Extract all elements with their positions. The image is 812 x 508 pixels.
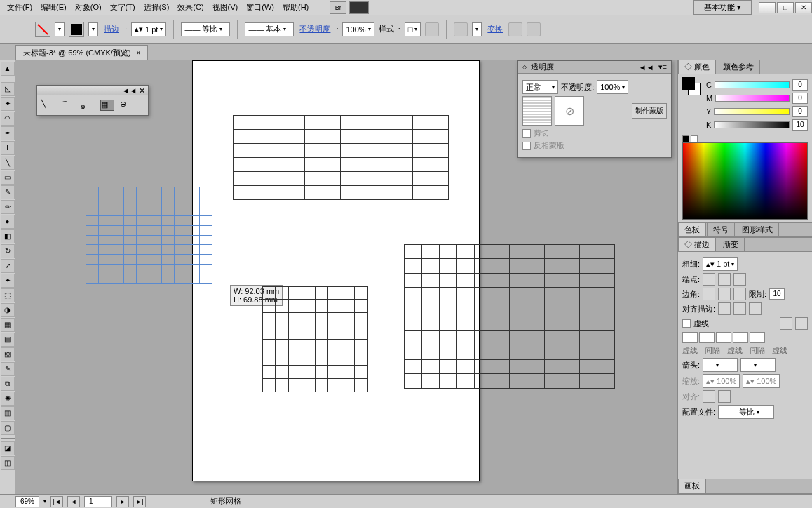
fill-dropdown[interactable]: ▾ bbox=[55, 22, 65, 36]
opacity-link[interactable]: 不透明度 bbox=[298, 24, 332, 34]
mesh-tool[interactable]: ▤ bbox=[1, 333, 15, 347]
document-tab[interactable]: 未标题-3* @ 69% (CMYK/预览) × bbox=[15, 45, 148, 60]
blend-tool[interactable]: ⧉ bbox=[1, 377, 15, 391]
close-tab-icon[interactable]: × bbox=[137, 49, 141, 57]
gap2-field[interactable] bbox=[733, 332, 748, 343]
pencil-tool[interactable]: ✏ bbox=[1, 200, 15, 214]
shape-builder-tool[interactable]: ◑ bbox=[1, 303, 15, 317]
y-slider[interactable] bbox=[714, 108, 790, 115]
window-close[interactable]: ✕ bbox=[795, 2, 812, 13]
menu-file[interactable]: 文件(F) bbox=[3, 1, 36, 14]
dashed-checkbox[interactable] bbox=[682, 319, 691, 328]
window-minimize[interactable]: — bbox=[759, 2, 776, 13]
magic-wand-tool[interactable]: ✦ bbox=[1, 97, 15, 111]
menu-object[interactable]: 对象(O) bbox=[71, 1, 106, 14]
spiral-icon[interactable]: ๑ bbox=[81, 100, 95, 111]
artboard-tool[interactable]: ▢ bbox=[1, 421, 15, 435]
make-mask-button[interactable]: 制作蒙版 bbox=[632, 103, 667, 119]
graph-tool[interactable]: ▥ bbox=[1, 406, 15, 420]
tab-gradient[interactable]: 渐变 bbox=[717, 237, 745, 251]
selection-tool[interactable]: ▲ bbox=[1, 62, 15, 76]
stroke-swatch[interactable] bbox=[69, 22, 84, 37]
bridge-button[interactable]: Br bbox=[330, 1, 346, 14]
tab-symbols[interactable]: 符号 bbox=[707, 222, 735, 236]
color-spectrum[interactable] bbox=[682, 142, 808, 220]
black-swatch[interactable] bbox=[682, 135, 689, 142]
pen-tool[interactable]: ✒ bbox=[1, 126, 15, 140]
m-slider[interactable] bbox=[715, 95, 790, 102]
stroke-weight-field[interactable]: ▴▾ 1 pt ▾ bbox=[131, 22, 166, 36]
tab-stroke[interactable]: ◇ 描边 bbox=[678, 237, 716, 251]
free-transform-tool[interactable]: ⬚ bbox=[1, 288, 15, 302]
line-tools-panel[interactable]: ◄◄ ✕ ╲ ⌒ ๑ ▦ ⊕ bbox=[36, 85, 149, 116]
style-dropdown[interactable]: □ ▾ bbox=[405, 22, 421, 36]
first-artboard[interactable]: |◄ bbox=[50, 496, 63, 507]
type-tool[interactable]: T bbox=[1, 141, 15, 155]
arc-icon[interactable]: ⌒ bbox=[61, 100, 75, 111]
extra-icon[interactable] bbox=[527, 22, 541, 36]
perspective-tool[interactable]: ▦ bbox=[1, 318, 15, 332]
stroke-link[interactable]: 描边 bbox=[102, 24, 121, 34]
rotate-tool[interactable]: ↻ bbox=[1, 244, 15, 258]
panel-minimize-icon[interactable]: ◄◄ bbox=[639, 63, 654, 72]
tab-artboard[interactable]: 画板 bbox=[678, 479, 706, 493]
brush-profile[interactable]: —— 基本 ▾ bbox=[245, 22, 294, 36]
draw-mode[interactable]: ◫ bbox=[1, 456, 15, 470]
grid-object-2[interactable] bbox=[262, 286, 367, 392]
rectangular-grid-icon[interactable]: ▦ bbox=[100, 100, 114, 111]
menu-effect[interactable]: 效果(C) bbox=[173, 1, 208, 14]
align-inside[interactable] bbox=[733, 302, 746, 315]
white-swatch[interactable] bbox=[691, 135, 698, 142]
cap-round[interactable] bbox=[718, 273, 731, 286]
panel-menu-icon[interactable]: ▾≡ bbox=[658, 62, 667, 72]
width-tool[interactable]: ✦ bbox=[1, 274, 15, 288]
line-tool[interactable]: ╲ bbox=[1, 156, 15, 170]
align-dropdown[interactable]: ▾ bbox=[472, 22, 482, 36]
artboard-number[interactable]: 1 bbox=[84, 496, 112, 507]
mask-thumbnail[interactable]: ⊘ bbox=[555, 96, 584, 126]
rectangle-tool[interactable]: ▭ bbox=[1, 171, 15, 185]
object-thumbnail[interactable] bbox=[522, 96, 552, 126]
next-artboard[interactable]: ► bbox=[116, 496, 129, 507]
menu-select[interactable]: 选择(S) bbox=[140, 1, 174, 14]
polar-grid-icon[interactable]: ⊕ bbox=[120, 100, 134, 111]
cap-butt[interactable] bbox=[703, 273, 715, 286]
c-value[interactable]: 0 bbox=[792, 79, 808, 91]
y-value[interactable]: 0 bbox=[792, 106, 808, 117]
tab-color-guide[interactable]: 颜色参考 bbox=[717, 60, 760, 74]
tab-color[interactable]: ◇ 颜色 bbox=[678, 60, 716, 74]
k-value[interactable]: 10 bbox=[792, 119, 808, 131]
panel-collapse-icon[interactable]: ◇ bbox=[522, 64, 527, 70]
dash3-field[interactable] bbox=[750, 332, 765, 343]
symbol-sprayer-tool[interactable]: ✺ bbox=[1, 392, 15, 406]
opacity-input[interactable]: 100% ▾ bbox=[597, 80, 628, 94]
menu-help[interactable]: 帮助(H) bbox=[278, 1, 313, 14]
paintbrush-tool[interactable]: ✎ bbox=[1, 185, 15, 199]
align-center[interactable] bbox=[718, 302, 731, 315]
align-outside[interactable] bbox=[749, 302, 762, 315]
transform-link[interactable]: 变换 bbox=[486, 24, 504, 34]
workspace-switcher[interactable]: 基本功能 ▾ bbox=[693, 0, 752, 15]
k-slider[interactable] bbox=[714, 121, 790, 128]
align-icon[interactable] bbox=[454, 22, 468, 36]
cap-square[interactable] bbox=[733, 273, 746, 286]
weight-field[interactable]: ▴▾ 1 pt ▾ bbox=[703, 257, 738, 271]
prev-artboard[interactable]: ◄ bbox=[67, 496, 80, 507]
grid-object-3[interactable] bbox=[404, 244, 614, 388]
fill-stroke-indicator[interactable] bbox=[682, 77, 702, 97]
blob-brush-tool[interactable]: ● bbox=[1, 215, 15, 229]
corner-bevel[interactable] bbox=[733, 288, 746, 300]
collapse-icon[interactable]: ◄◄ bbox=[122, 86, 137, 95]
eyedropper-tool[interactable]: ✎ bbox=[1, 362, 15, 376]
close-icon[interactable]: ✕ bbox=[139, 86, 145, 95]
gradient-tool[interactable]: ▨ bbox=[1, 347, 15, 361]
dash-align-2[interactable] bbox=[795, 317, 808, 330]
eraser-tool[interactable]: ◧ bbox=[1, 229, 15, 243]
c-slider[interactable] bbox=[715, 81, 790, 88]
arrow-start[interactable]: — ▾ bbox=[703, 358, 738, 372]
corner-round[interactable] bbox=[718, 288, 731, 300]
menu-type[interactable]: 文字(T) bbox=[106, 1, 140, 14]
arrow-end[interactable]: — ▾ bbox=[740, 358, 776, 372]
recolor-icon[interactable] bbox=[425, 22, 439, 36]
line-segment-icon[interactable]: ╲ bbox=[41, 100, 55, 111]
